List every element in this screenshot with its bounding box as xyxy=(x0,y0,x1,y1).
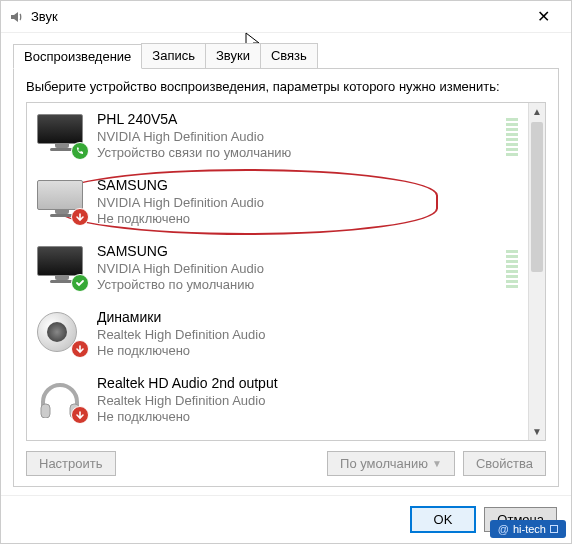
window-title: Звук xyxy=(31,9,523,24)
list-item[interactable]: Динамики Realtek High Definition Audio Н… xyxy=(27,301,528,367)
device-status: Устройство связи по умолчанию xyxy=(97,145,291,161)
scroll-thumb[interactable] xyxy=(531,122,543,272)
device-status: Устройство по умолчанию xyxy=(97,277,264,293)
check-badge-icon xyxy=(71,274,89,292)
square-icon xyxy=(550,525,558,533)
tab-sounds[interactable]: Звуки xyxy=(205,43,261,68)
level-meter-icon xyxy=(506,116,518,156)
level-meter-icon xyxy=(506,248,518,288)
device-text: Realtek HD Audio 2nd output Realtek High… xyxy=(97,375,278,425)
headphones-icon xyxy=(37,378,87,422)
device-status: Не подключено xyxy=(97,409,278,425)
monitor-icon xyxy=(37,246,87,290)
device-name: SAMSUNG xyxy=(97,177,264,195)
device-text: Динамики Realtek High Definition Audio Н… xyxy=(97,309,265,359)
tab-playback[interactable]: Воспроизведение xyxy=(13,44,142,69)
device-text: SAMSUNG NVIDIA High Definition Audio Не … xyxy=(97,177,264,227)
tab-recording[interactable]: Запись xyxy=(141,43,206,68)
watermark-badge: @ hi-tech xyxy=(490,520,566,538)
device-list[interactable]: PHL 240V5A NVIDIA High Definition Audio … xyxy=(26,102,546,441)
device-name: Realtek HD Audio 2nd output xyxy=(97,375,278,393)
device-name: PHL 240V5A xyxy=(97,111,291,129)
device-driver: NVIDIA High Definition Audio xyxy=(97,129,291,145)
list-item[interactable]: SAMSUNG NVIDIA High Definition Audio Не … xyxy=(27,169,528,235)
dialog-footer: OK Отмена xyxy=(1,495,571,543)
device-driver: Realtek High Definition Audio xyxy=(97,327,265,343)
close-button[interactable]: ✕ xyxy=(523,7,563,26)
scroll-down-button[interactable]: ▼ xyxy=(529,423,545,440)
device-name: Динамики xyxy=(97,309,265,327)
watermark-text: hi-tech xyxy=(513,523,546,535)
instruction-text: Выберите устройство воспроизведения, пар… xyxy=(26,79,546,94)
device-name: SAMSUNG xyxy=(97,243,264,261)
device-status: Не подключено xyxy=(97,211,264,227)
ok-button[interactable]: OK xyxy=(410,506,477,533)
device-list-items: PHL 240V5A NVIDIA High Definition Audio … xyxy=(27,103,528,440)
down-arrow-badge-icon xyxy=(71,208,89,226)
svg-rect-0 xyxy=(41,404,50,418)
sound-dialog: Звук ✕ Воспроизведение Запись Звуки Связ… xyxy=(0,0,572,544)
device-text: PHL 240V5A NVIDIA High Definition Audio … xyxy=(97,111,291,161)
properties-button[interactable]: Свойства xyxy=(463,451,546,476)
list-item[interactable]: PHL 240V5A NVIDIA High Definition Audio … xyxy=(27,103,528,169)
speaker-icon xyxy=(37,312,87,356)
phone-badge-icon xyxy=(71,142,89,160)
scrollbar[interactable]: ▲ ▼ xyxy=(528,103,545,440)
panel-buttons: Настроить По умолчанию ▼ Свойства xyxy=(26,451,546,476)
configure-button[interactable]: Настроить xyxy=(26,451,116,476)
device-status: Не подключено xyxy=(97,343,265,359)
titlebar[interactable]: Звук ✕ xyxy=(1,1,571,33)
monitor-icon xyxy=(37,180,87,224)
chevron-down-icon: ▼ xyxy=(432,458,442,469)
tab-panel: Выберите устройство воспроизведения, пар… xyxy=(13,68,559,487)
sound-icon xyxy=(9,9,25,25)
tab-communications[interactable]: Связь xyxy=(260,43,318,68)
scroll-up-button[interactable]: ▲ xyxy=(529,103,545,120)
down-arrow-badge-icon xyxy=(71,406,89,424)
tab-strip: Воспроизведение Запись Звуки Связь xyxy=(13,43,559,68)
monitor-icon xyxy=(37,114,87,158)
down-arrow-badge-icon xyxy=(71,340,89,358)
device-driver: Realtek High Definition Audio xyxy=(97,393,278,409)
set-default-label: По умолчанию xyxy=(340,456,428,471)
at-icon: @ xyxy=(498,523,509,535)
device-driver: NVIDIA High Definition Audio xyxy=(97,261,264,277)
content-area: Воспроизведение Запись Звуки Связь Выбер… xyxy=(1,33,571,495)
list-item[interactable]: SAMSUNG NVIDIA High Definition Audio Уст… xyxy=(27,235,528,301)
list-item[interactable]: Realtek HD Audio 2nd output Realtek High… xyxy=(27,367,528,433)
device-text: SAMSUNG NVIDIA High Definition Audio Уст… xyxy=(97,243,264,293)
device-driver: NVIDIA High Definition Audio xyxy=(97,195,264,211)
set-default-button[interactable]: По умолчанию ▼ xyxy=(327,451,455,476)
